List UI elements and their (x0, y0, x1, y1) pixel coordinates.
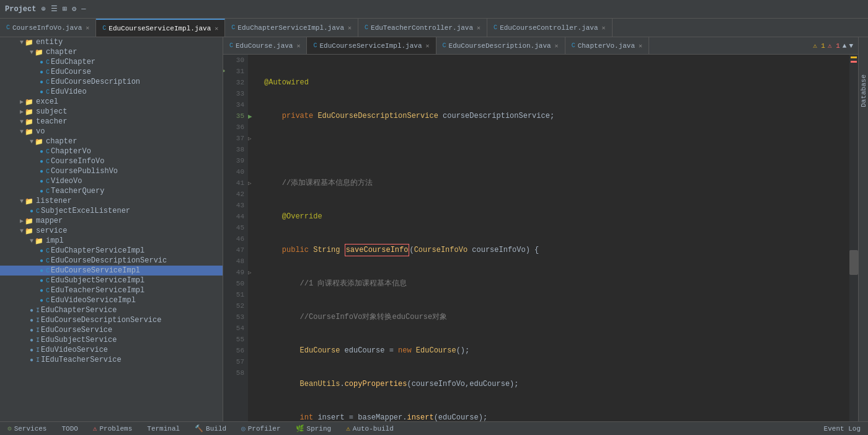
tree-item-subjectexcellistener[interactable]: ● C SubjectExcelListener (0, 206, 223, 216)
tree-item-educhapter[interactable]: ● C EduChapter (0, 57, 223, 67)
class-badge-c10: C (36, 208, 40, 215)
toolbar-icon3[interactable]: ⊞ (63, 4, 67, 14)
line-num-36: 36 (223, 122, 244, 133)
tree-item-vo[interactable]: ▼ 📁 vo (0, 127, 223, 137)
java-icon8: ● (40, 178, 43, 185)
tree-item-chapter1[interactable]: ▼ 📁 chapter (0, 47, 223, 57)
tree-item-chapter2[interactable]: ▼ 📁 chapter (0, 137, 223, 146)
java-icon2: ● (40, 69, 43, 76)
toolbar-icon4[interactable]: ⚙ (72, 4, 76, 14)
close-icon3[interactable]: ✕ (348, 24, 352, 32)
tree-item-educhapterserviceimpl[interactable]: ● C EduChapterServiceImpl (0, 246, 223, 256)
tab-eduteachercontroller[interactable]: C EduTeacherController.java ✕ (358, 19, 487, 37)
tree-item-educourseserviceimpl[interactable]: ● C EduCourseServiceImpl (0, 266, 223, 276)
project-label[interactable]: Project (5, 5, 36, 14)
tree-item-eduvideoservice[interactable]: ● I EduVideoService (0, 345, 223, 355)
services-label: Services (14, 425, 47, 433)
folder-icon4: 📁 (25, 108, 33, 116)
tree-label14: CoursePublishVo (51, 167, 118, 176)
tree-item-mapper[interactable]: ▶ 📁 mapper (0, 216, 223, 226)
tab2-close4[interactable]: ✕ (639, 42, 642, 50)
tree-item-chaptervo[interactable]: ● C ChapterVo (0, 146, 223, 156)
error-badge: ⚠ 1 (828, 42, 840, 50)
tree-item-listener[interactable]: ▼ 📁 listener (0, 196, 223, 206)
tree-item-educhapterservice[interactable]: ● I EduChapterService (0, 305, 223, 315)
tree-item-entity[interactable]: ▼ 📁 entity (0, 37, 223, 47)
tree-item-excel[interactable]: ▶ 📁 excel (0, 97, 223, 107)
status-problems[interactable]: ⚠ Problems (91, 424, 135, 433)
scroll-up-icon[interactable]: ▲ (843, 42, 847, 50)
toolbar-icon5[interactable]: — (81, 5, 86, 14)
status-services[interactable]: ⚙ Services (5, 424, 49, 433)
project-sidebar: ▼ 📁 entity ▼ 📁 chapter ● C EduChapter ● … (0, 37, 223, 421)
tab-bar-row2: C EduCourse.java ✕ C EduCourseServiceImp… (223, 37, 858, 55)
scrollbar-thumb[interactable] (849, 250, 858, 275)
status-spring[interactable]: 🌿 Spring (293, 424, 334, 433)
tab2-close2[interactable]: ✕ (426, 42, 430, 50)
code-line-40: int insert = baseMapper.insert(eduCourse… (264, 412, 849, 421)
folder-icon10: 📁 (25, 227, 33, 235)
status-terminal[interactable]: Terminal (144, 425, 182, 433)
java-icon5: ● (40, 148, 43, 155)
database-panel[interactable]: Database (858, 37, 868, 421)
status-eventlog[interactable]: Event Log (822, 425, 863, 433)
tree-item-educoursedescription[interactable]: ● C EduCourseDescription (0, 77, 223, 87)
status-autobuild[interactable]: ⚠ Auto-build (343, 424, 396, 433)
problems-label: Problems (99, 425, 132, 433)
tree-item-eduvideoserviceimpl[interactable]: ● C EduVideoServiceImpl (0, 295, 223, 305)
tab2-close1[interactable]: ✕ (296, 42, 300, 50)
tab2-educourseserviceimpl[interactable]: C EduCourseServiceImpl.java ✕ (307, 37, 436, 54)
tree-label6: EduVideo (51, 87, 87, 96)
close-icon4[interactable]: ✕ (477, 24, 480, 32)
tree-item-educourseservice[interactable]: ● I EduCourseService (0, 325, 223, 335)
tree-item-courseinfovo[interactable]: ● C CourseInfoVo (0, 156, 223, 166)
tree-item-educoursedescriptionservice[interactable]: ● I EduCourseDescriptionService (0, 315, 223, 325)
tree-item-subject[interactable]: ▶ 📁 subject (0, 107, 223, 117)
tree-item-service[interactable]: ▼ 📁 service (0, 226, 223, 236)
tab2-educourse[interactable]: C EduCourse.java ✕ (223, 37, 307, 54)
tree-item-educoursedescriptionservic[interactable]: ● C EduCourseDescriptionServic (0, 256, 223, 266)
tab2-educoursedescription[interactable]: C EduCourseDescription.java ✕ (436, 37, 565, 54)
tab2-chaptervo[interactable]: C ChapterVo.java ✕ (565, 37, 649, 54)
status-todo[interactable]: TODO (59, 425, 80, 433)
tree-item-eduteacherserviceimpl[interactable]: ● C EduTeacherServiceImpl (0, 285, 223, 295)
code-editor[interactable]: 30 31● 32 33 34 35 36 37 38 39 40 41 42 … (223, 55, 858, 421)
tab-courseinfovo[interactable]: C CourseInfoVo.java ✕ (0, 19, 96, 37)
tab-educoursecontroller[interactable]: C EduCourseController.java ✕ (487, 19, 612, 37)
problems-icon: ⚠ (93, 424, 97, 433)
java-icon18: ● (30, 317, 33, 324)
database-label[interactable]: Database (860, 74, 867, 107)
toolbar-icon2[interactable]: ☰ (51, 4, 58, 14)
tree-item-edusubjectservice[interactable]: ● I EduSubjectService (0, 335, 223, 345)
gutter-30 (248, 55, 259, 66)
gutter-42 (248, 189, 259, 200)
terminal-label: Terminal (147, 425, 180, 433)
tree-item-educourse[interactable]: ● C EduCourse (0, 67, 223, 77)
tree-item-eduvideo[interactable]: ● C EduVideo (0, 87, 223, 97)
close-icon2[interactable]: ✕ (215, 25, 218, 32)
status-build[interactable]: 🔨 Build (192, 424, 229, 433)
tab-educhapterserviceimpl[interactable]: C EduChapterServiceImpl.java ✕ (225, 19, 358, 37)
tree-item-ieduteacherservice[interactable]: ● I IEduTeacherService (0, 355, 223, 365)
tree-item-edusubjectserviceimpl[interactable]: ● C EduSubjectServiceImpl (0, 276, 223, 285)
code-line-33: //添加课程基本信息的方法 (264, 177, 849, 189)
code-text[interactable]: @Autowired private EduCourseDescriptionS… (259, 55, 849, 421)
editor-scrollbar[interactable] (849, 55, 858, 421)
tab-educourseserviceimpl[interactable]: C EduCourseServiceImpl.java ✕ (96, 19, 225, 37)
gutter-39 (248, 155, 259, 166)
run-gutter-icon[interactable]: ▶ (248, 112, 252, 120)
fold-icon3: ▷ (248, 269, 251, 276)
tab2-close3[interactable]: ✕ (555, 42, 559, 50)
line-num-55: 55 (223, 334, 244, 345)
close-icon5[interactable]: ✕ (602, 24, 606, 32)
toolbar-icon1[interactable]: ⊕ (41, 4, 45, 14)
folder-icon: 📁 (25, 38, 33, 47)
tree-item-teacher[interactable]: ▼ 📁 teacher (0, 117, 223, 127)
close-icon[interactable]: ✕ (86, 24, 89, 32)
tree-item-coursepublishvo[interactable]: ● C CoursePublishVo (0, 166, 223, 176)
scroll-down-icon[interactable]: ▼ (849, 42, 853, 50)
tree-item-teacherquery[interactable]: ● C TeacherQuery (0, 186, 223, 196)
status-profiler[interactable]: ◎ Profiler (239, 424, 283, 433)
tree-item-impl[interactable]: ▼ 📁 impl (0, 236, 223, 246)
tree-item-videovo[interactable]: ● C VideoVo (0, 176, 223, 186)
